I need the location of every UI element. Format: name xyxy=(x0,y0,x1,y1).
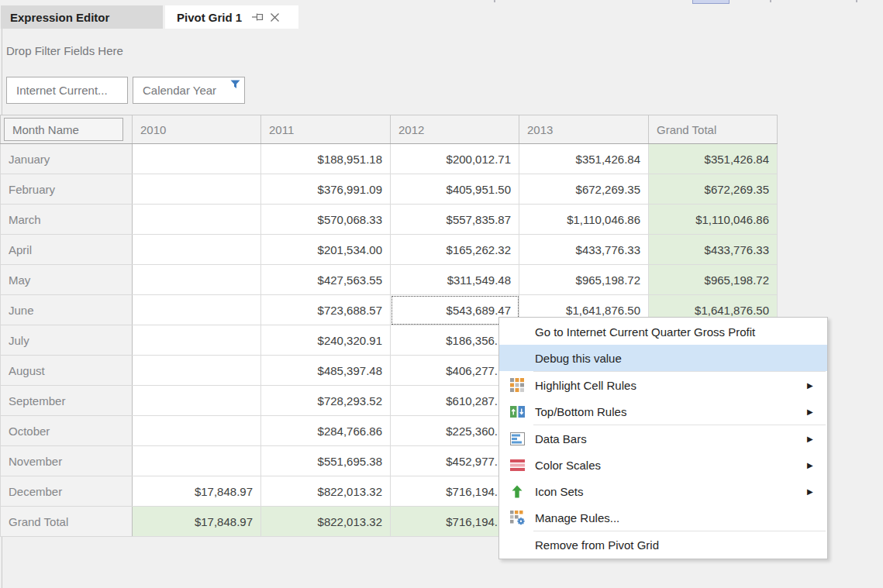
row-header-grand-total[interactable]: Grand Total xyxy=(1,507,133,537)
row-header-december[interactable]: December xyxy=(1,476,133,507)
pivot-cell[interactable]: $822,013.32 xyxy=(261,507,391,537)
submenu-arrow-icon: ▶ xyxy=(807,407,827,416)
pivot-cell[interactable] xyxy=(133,174,261,205)
pivot-cell[interactable]: $376,991.09 xyxy=(261,174,391,205)
toolbar-tick xyxy=(856,0,857,2)
pivot-cell[interactable]: $17,848.97 xyxy=(133,507,261,537)
menu-item-manage-rules[interactable]: Manage Rules... xyxy=(499,504,827,531)
menu-item-debug-this-value[interactable]: Debug this value xyxy=(499,345,827,371)
tab-expression-editor[interactable]: Expression Editor xyxy=(1,5,163,29)
table-row: February$376,991.09$405,951.50$672,269.3… xyxy=(1,174,778,205)
pivot-cell[interactable]: $570,068.33 xyxy=(261,205,391,235)
data-bars-icon xyxy=(499,432,535,445)
pivot-cell[interactable]: $427,563.55 xyxy=(261,265,391,295)
filter-funnel-icon[interactable] xyxy=(230,80,240,89)
pivot-cell[interactable]: $965,198.72 xyxy=(519,265,649,295)
pin-icon[interactable] xyxy=(251,11,264,23)
tab-label: Pivot Grid 1 xyxy=(177,11,242,24)
column-header-2012[interactable]: 2012 xyxy=(391,115,519,144)
pivot-cell[interactable]: $188,951.18 xyxy=(261,144,391,174)
pivot-cell[interactable] xyxy=(133,265,261,295)
pivot-cell[interactable] xyxy=(133,325,261,356)
row-header-march[interactable]: March xyxy=(1,205,133,235)
pivot-cell[interactable]: $165,262.32 xyxy=(391,235,519,265)
submenu-arrow-icon: ▶ xyxy=(807,381,827,390)
pivot-cell[interactable]: $1,110,046.86 xyxy=(519,205,649,235)
pivot-cell[interactable]: $405,951.50 xyxy=(391,174,519,205)
manage-rules-icon xyxy=(499,511,535,525)
pivot-cell[interactable]: $201,534.00 xyxy=(261,235,391,265)
pivot-cell[interactable] xyxy=(133,144,261,174)
row-header-january[interactable]: January xyxy=(1,144,133,174)
menu-item-data-bars[interactable]: Data Bars▶ xyxy=(499,425,827,452)
field-button-calendar-year[interactable]: Calendar Year xyxy=(133,77,245,104)
pivot-cell[interactable]: $965,198.72 xyxy=(649,265,778,295)
submenu-arrow-icon: ▶ xyxy=(807,487,827,496)
menu-item-go-to-internet-current-quarter-gross-profit[interactable]: Go to Internet Current Quarter Gross Pro… xyxy=(499,318,827,345)
row-header-may[interactable]: May xyxy=(1,265,133,295)
filter-drop-zone: Drop Filter Fields Here xyxy=(6,44,123,57)
pivot-cell[interactable]: $433,776.33 xyxy=(519,235,649,265)
table-row: May$427,563.55$311,549.48$965,198.72$965… xyxy=(1,265,778,295)
row-header-april[interactable]: April xyxy=(1,235,133,265)
pivot-cell[interactable]: $672,269.35 xyxy=(649,174,778,205)
pivot-cell[interactable]: $351,426.84 xyxy=(649,144,778,174)
pivot-cell[interactable] xyxy=(133,295,261,325)
row-header-october[interactable]: October xyxy=(1,416,133,446)
toolbar-tick xyxy=(494,0,495,2)
pivot-cell[interactable]: $485,397.48 xyxy=(261,356,391,386)
partial-toolbar-element xyxy=(692,0,730,4)
row-header-august[interactable]: August xyxy=(1,356,133,386)
row-header-november[interactable]: November xyxy=(1,446,133,476)
menu-item-label: Debug this value xyxy=(535,352,807,365)
pivot-cell[interactable]: $433,776.33 xyxy=(649,235,778,265)
row-header-september[interactable]: September xyxy=(1,386,133,416)
tab-pivot-grid-1[interactable]: Pivot Grid 1 xyxy=(165,5,298,29)
pivot-cell[interactable]: $551,695.38 xyxy=(261,446,391,476)
icon-sets-icon xyxy=(499,485,535,498)
submenu-arrow-icon: ▶ xyxy=(807,435,827,443)
context-menu: Go to Internet Current Quarter Gross Pro… xyxy=(498,317,828,559)
pivot-cell[interactable]: $672,269.35 xyxy=(519,174,649,205)
pivot-cell[interactable]: $822,013.32 xyxy=(261,476,391,507)
row-header-february[interactable]: February xyxy=(1,174,133,205)
menu-item-highlight-cell-rules[interactable]: Highlight Cell Rules▶ xyxy=(499,372,827,398)
pivot-cell[interactable] xyxy=(133,386,261,416)
pivot-cell[interactable]: $284,766.86 xyxy=(261,416,391,446)
color-scales-icon xyxy=(499,459,535,471)
menu-item-remove-from-pivot-grid[interactable]: Remove from Pivot Grid xyxy=(499,531,827,558)
pivot-cell[interactable]: $240,320.91 xyxy=(261,325,391,356)
menu-item-top-bottom-rules[interactable]: Top/Bottom Rules▶ xyxy=(499,398,827,425)
pivot-cell[interactable] xyxy=(133,205,261,235)
pivot-cell[interactable]: $351,426.84 xyxy=(519,144,649,174)
menu-item-color-scales[interactable]: Color Scales▶ xyxy=(499,452,827,478)
pivot-cell[interactable]: $557,835.87 xyxy=(391,205,519,235)
column-header-grand-total[interactable]: Grand Total xyxy=(649,115,778,144)
submenu-arrow-icon: ▶ xyxy=(807,461,827,469)
month-name-field-button[interactable]: Month Name xyxy=(4,118,123,141)
row-header-july[interactable]: July xyxy=(1,325,133,356)
pivot-cell[interactable] xyxy=(133,416,261,446)
table-row: January$188,951.18$200,012.71$351,426.84… xyxy=(1,144,778,174)
pivot-cell[interactable]: $17,848.97 xyxy=(133,476,261,507)
menu-item-label: Highlight Cell Rules xyxy=(535,379,807,392)
menu-item-icon-sets[interactable]: Icon Sets▶ xyxy=(499,478,827,504)
pivot-cell[interactable]: $200,012.71 xyxy=(391,144,519,174)
field-button-internet-current[interactable]: Internet Current... xyxy=(6,77,128,104)
pivot-cell[interactable] xyxy=(133,446,261,476)
toolbar-tick xyxy=(770,0,771,2)
pivot-cell[interactable]: $723,688.57 xyxy=(261,295,391,325)
menu-item-label: Go to Internet Current Quarter Gross Pro… xyxy=(535,325,807,339)
column-header-2011[interactable]: 2011 xyxy=(261,115,391,144)
filter-fields-area: Internet Current... Calendar Year xyxy=(6,77,245,104)
row-header-june[interactable]: June xyxy=(1,295,133,325)
pivot-cell[interactable]: $728,293.52 xyxy=(261,386,391,416)
column-header-2010[interactable]: 2010 xyxy=(133,115,261,144)
close-icon[interactable] xyxy=(269,12,281,23)
pivot-cell[interactable]: $1,110,046.86 xyxy=(649,205,778,235)
pivot-cell[interactable] xyxy=(133,235,261,265)
pivot-cell[interactable]: $311,549.48 xyxy=(391,265,519,295)
menu-item-label: Top/Bottom Rules xyxy=(535,405,807,418)
column-header-2013[interactable]: 2013 xyxy=(519,115,649,144)
pivot-cell[interactable] xyxy=(133,356,261,386)
